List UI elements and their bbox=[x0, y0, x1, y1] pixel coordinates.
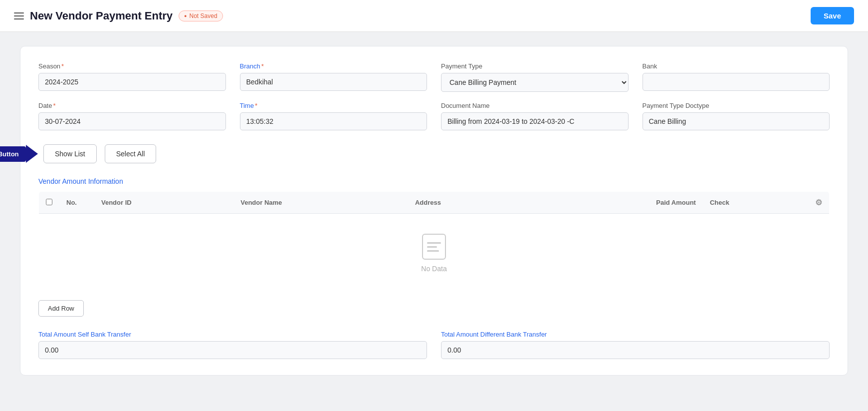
time-label: Time* bbox=[240, 102, 428, 109]
self-transfer-value: 0.00 bbox=[38, 341, 427, 359]
col-no-header: No. bbox=[59, 192, 94, 214]
branch-required: * bbox=[261, 62, 264, 70]
table-settings-icon[interactable]: ⚙ bbox=[815, 198, 822, 207]
time-required: * bbox=[255, 102, 257, 109]
time-group: Time* bbox=[240, 102, 428, 130]
no-data-icon-line2 bbox=[427, 246, 437, 248]
date-label: Date* bbox=[38, 102, 226, 109]
document-name-input[interactable] bbox=[441, 112, 629, 130]
arrow-shape-icon bbox=[26, 145, 38, 163]
time-input[interactable] bbox=[240, 112, 428, 130]
no-data-icon-line3 bbox=[427, 250, 439, 252]
not-saved-badge: Not Saved bbox=[179, 10, 222, 21]
no-data-icon bbox=[422, 234, 446, 260]
date-group: Date* bbox=[38, 102, 226, 130]
season-required: * bbox=[61, 62, 64, 70]
col-address-header: Address bbox=[408, 192, 534, 214]
top-bar: New Vendor Payment Entry Not Saved Save bbox=[0, 0, 868, 32]
vendor-table: No. Vendor ID Vendor Name Address Paid A… bbox=[38, 191, 830, 293]
form-card: Season* Branch* Payment Type Cane Billin… bbox=[20, 46, 848, 376]
no-data-row: No Data bbox=[39, 214, 830, 293]
main-content: Season* Branch* Payment Type Cane Billin… bbox=[0, 32, 868, 390]
payment-type-doctype-input[interactable] bbox=[643, 112, 830, 130]
col-checkbox bbox=[39, 192, 60, 214]
buttons-row: Click Button Show List Select All bbox=[38, 144, 830, 163]
table-body: No Data bbox=[39, 214, 830, 293]
payment-type-group: Payment Type Cane Billing Payment bbox=[441, 62, 629, 92]
season-label: Season* bbox=[38, 62, 226, 70]
payment-type-doctype-group: Payment Type Doctype bbox=[643, 102, 830, 130]
form-grid: Season* Branch* Payment Type Cane Billin… bbox=[38, 62, 830, 130]
branch-input[interactable] bbox=[240, 73, 428, 91]
self-transfer-group: Total Amount Self Bank Transfer 0.00 bbox=[38, 331, 427, 359]
select-all-checkbox[interactable] bbox=[46, 199, 52, 205]
col-vendor-id-header: Vendor ID bbox=[94, 192, 233, 214]
different-transfer-label: Total Amount Different Bank Transfer bbox=[441, 331, 830, 338]
different-transfer-group: Total Amount Different Bank Transfer 0.0… bbox=[441, 331, 830, 359]
season-input[interactable] bbox=[38, 73, 226, 91]
season-group: Season* bbox=[38, 62, 226, 92]
col-check-header: Check bbox=[703, 192, 808, 214]
branch-label: Branch* bbox=[240, 62, 428, 70]
vendor-section-label: Vendor Amount Information bbox=[38, 177, 830, 185]
table-header-row: No. Vendor ID Vendor Name Address Paid A… bbox=[39, 192, 830, 214]
bank-group: Bank bbox=[643, 62, 830, 92]
document-name-group: Document Name bbox=[441, 102, 629, 130]
vendor-amount-section: Vendor Amount Information No. Vendor ID … bbox=[38, 177, 830, 317]
payment-type-doctype-label: Payment Type Doctype bbox=[643, 102, 830, 109]
payment-type-label: Payment Type bbox=[441, 62, 629, 70]
save-button[interactable]: Save bbox=[811, 7, 854, 24]
no-data-text: No Data bbox=[39, 265, 829, 273]
branch-group: Branch* bbox=[240, 62, 428, 92]
select-all-button[interactable]: Select All bbox=[105, 144, 157, 163]
no-data-icon-line1 bbox=[427, 242, 441, 244]
show-list-button[interactable]: Show List bbox=[43, 144, 97, 163]
different-transfer-value: 0.00 bbox=[441, 341, 830, 359]
hamburger-menu[interactable] bbox=[14, 12, 24, 19]
col-settings-header: ⚙ bbox=[808, 192, 830, 214]
document-name-label: Document Name bbox=[441, 102, 629, 109]
bank-input[interactable] bbox=[643, 73, 830, 91]
payment-type-select[interactable]: Cane Billing Payment bbox=[441, 73, 629, 92]
click-button-label: Click Button bbox=[0, 146, 26, 162]
totals-grid: Total Amount Self Bank Transfer 0.00 Tot… bbox=[38, 331, 830, 359]
self-transfer-label: Total Amount Self Bank Transfer bbox=[38, 331, 427, 338]
click-arrow-indicator: Click Button bbox=[0, 145, 38, 163]
col-paid-amount-header: Paid Amount bbox=[534, 192, 703, 214]
date-required: * bbox=[53, 102, 55, 109]
bank-label: Bank bbox=[643, 62, 830, 70]
date-input[interactable] bbox=[38, 112, 226, 130]
page-title: New Vendor Payment Entry bbox=[30, 9, 173, 22]
col-vendor-name-header: Vendor Name bbox=[233, 192, 408, 214]
no-data-cell: No Data bbox=[39, 214, 830, 293]
top-bar-left: New Vendor Payment Entry Not Saved bbox=[14, 9, 223, 22]
add-row-button[interactable]: Add Row bbox=[38, 300, 84, 317]
